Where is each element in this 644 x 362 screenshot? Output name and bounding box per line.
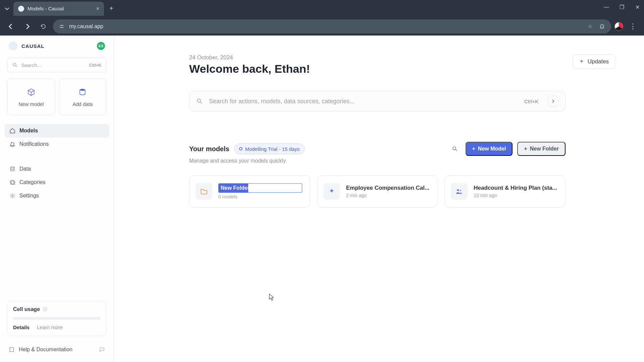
new-folder-label: New Folder	[530, 146, 559, 152]
svg-rect-9	[11, 181, 15, 185]
model-card[interactable]: Employee Compensation Cal... 2 min ago	[317, 175, 438, 207]
url-text: my.causal.app	[69, 23, 103, 29]
site-settings-icon[interactable]	[59, 24, 64, 29]
sparkle-icon	[323, 183, 340, 200]
global-search[interactable]: Search for actions, models, data sources…	[189, 91, 566, 112]
sidebar-item-label: Models	[19, 128, 38, 134]
usage-links: Details Learn more	[13, 324, 101, 330]
nav-primary: Models Notifications	[0, 122, 114, 153]
sidebar-item-models[interactable]: Models	[5, 124, 109, 137]
usage-learn-link[interactable]: Learn more	[37, 324, 63, 330]
model-card[interactable]: Headcount & Hiring Plan (sta... 10 min a…	[444, 175, 566, 207]
tab-list-dropdown[interactable]	[3, 4, 11, 13]
global-search-kbd: Ctrl+K	[524, 99, 538, 104]
svg-point-10	[12, 195, 13, 197]
sidebar-item-data[interactable]: Data	[5, 162, 109, 176]
add-data-card[interactable]: Add data	[59, 78, 107, 115]
updates-label: Updates	[588, 58, 609, 65]
maximize-icon[interactable]: ❐	[619, 4, 625, 10]
svg-point-2	[60, 25, 61, 26]
url-box[interactable]: my.causal.app ☆	[53, 19, 611, 34]
mouse-cursor	[269, 294, 274, 301]
svg-point-13	[45, 308, 45, 308]
new-folder-button[interactable]: + New Folder	[517, 142, 566, 156]
page-date: 24 October, 2024	[189, 54, 617, 61]
nav-secondary: Data Categories Settings	[0, 160, 114, 204]
tab-bar: Models - Causal × + — ❐ ✕	[0, 0, 644, 17]
browser-tab[interactable]: Models - Causal ×	[13, 2, 104, 16]
new-model-label: New model	[18, 101, 44, 107]
cell-usage-card: Cell usage Details Learn more	[7, 301, 106, 336]
cube-icon	[26, 87, 36, 97]
svg-point-7	[11, 167, 14, 168]
models-subtitle: Manage and access your models quickly	[189, 158, 617, 164]
svg-point-19	[460, 190, 462, 191]
svg-rect-8	[10, 180, 14, 184]
chevron-right-icon[interactable]	[548, 96, 558, 107]
new-model-button[interactable]: + New Model	[466, 142, 513, 156]
database-icon	[77, 87, 88, 97]
kebab-menu-icon[interactable]: ⋮	[627, 22, 639, 31]
sidebar-item-label: Data	[19, 166, 31, 172]
close-window-icon[interactable]: ✕	[634, 4, 641, 10]
bookmark-icon[interactable]: ☆	[588, 23, 592, 29]
window-controls: — ❐ ✕	[603, 4, 641, 10]
global-search-placeholder: Search for actions, models, data sources…	[209, 98, 518, 105]
sidebar-item-notifications[interactable]: Notifications	[5, 137, 109, 151]
app-root: CAUSAL ES Search... Ctrl+K New model Add…	[0, 36, 644, 362]
workspace-badge[interactable]: ES	[97, 42, 105, 50]
folder-icon	[196, 183, 212, 200]
close-icon[interactable]: ×	[96, 6, 99, 12]
forward-button[interactable]	[21, 20, 34, 33]
model-sub: 2 min ago	[346, 193, 432, 198]
sidebar-search-placeholder: Search...	[21, 62, 86, 68]
brand-row: CAUSAL ES	[0, 42, 114, 56]
models-header: Your models Modelling Trial - 15 days + …	[189, 142, 566, 156]
plus-icon: +	[472, 146, 475, 152]
chat-icon[interactable]	[99, 347, 105, 353]
book-icon	[9, 347, 15, 353]
model-title: Headcount & Hiring Plan (sta...	[474, 185, 559, 191]
sidebar-item-label: Categories	[19, 179, 45, 185]
svg-line-17	[455, 149, 457, 151]
gear-icon	[9, 193, 15, 199]
models-title: Your models	[189, 145, 229, 153]
bell-icon	[9, 141, 15, 147]
sidebar-item-label: Settings	[19, 193, 39, 199]
sparkle-icon	[579, 59, 584, 64]
folder-name-input[interactable]	[218, 183, 302, 193]
updates-button[interactable]: Updates	[573, 54, 615, 69]
new-tab-button[interactable]: +	[109, 5, 113, 12]
model-sub: 10 min ago	[474, 193, 559, 198]
cell-usage-title: Cell usage	[13, 306, 101, 312]
usage-details-link[interactable]: Details	[13, 324, 30, 330]
svg-line-15	[201, 102, 202, 104]
svg-point-18	[457, 189, 459, 191]
browser-chrome: Models - Causal × + — ❐ ✕ my.causal.app …	[0, 0, 644, 36]
folder-card[interactable]: 0 models	[189, 175, 310, 207]
tab-favicon	[18, 6, 24, 12]
main-content: 24 October, 2024 Welcome back, Ethan! Up…	[114, 36, 644, 362]
sidebar-item-categories[interactable]: Categories	[5, 176, 109, 189]
layers-icon	[9, 179, 15, 185]
plus-icon: +	[524, 146, 527, 152]
brand-name: CAUSAL	[21, 43, 45, 49]
search-icon	[196, 98, 203, 105]
minimize-icon[interactable]: —	[603, 4, 610, 10]
info-icon[interactable]	[43, 307, 47, 312]
quick-actions: New model Add data	[0, 78, 114, 122]
trial-pill[interactable]: Modelling Trial - 15 days	[234, 143, 305, 154]
models-search-button[interactable]	[449, 143, 461, 155]
help-docs[interactable]: Help & Documentation	[7, 343, 106, 356]
profile-avatar[interactable]	[614, 22, 623, 31]
sidebar-search-kbd: Ctrl+K	[89, 63, 101, 68]
new-model-card[interactable]: New model	[7, 78, 55, 115]
extensions-icon[interactable]	[599, 23, 605, 29]
svg-line-5	[16, 66, 17, 67]
reload-button[interactable]	[37, 20, 50, 33]
svg-point-6	[80, 89, 85, 91]
back-button[interactable]	[5, 20, 17, 33]
sidebar-item-label: Notifications	[19, 141, 49, 147]
sidebar-search[interactable]: Search... Ctrl+K	[7, 58, 106, 72]
sidebar-item-settings[interactable]: Settings	[5, 189, 109, 202]
